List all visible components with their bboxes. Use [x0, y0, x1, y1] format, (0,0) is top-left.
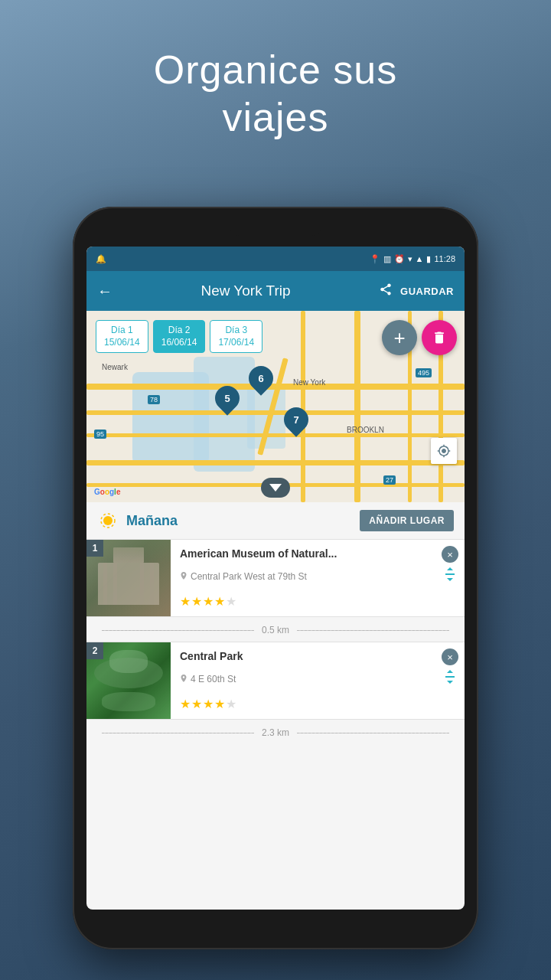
distance-line-left-1 [102, 630, 254, 631]
map-area: Newark New York BROOKLN 495 78 95 27 Día… [86, 311, 465, 502]
alarm-status-icon: ⏰ [394, 254, 405, 264]
place-number-2: 2 [86, 642, 103, 659]
place-name-2: Central Park [180, 650, 457, 662]
time-of-day-label: Mañana [126, 513, 352, 529]
road-badge-78: 78 [148, 395, 160, 404]
place-address-text-1: Central Park West at 79th St [191, 571, 307, 582]
collapse-map-button[interactable] [261, 478, 290, 498]
wifi-status-icon: ▾ [408, 254, 412, 264]
my-location-button[interactable] [431, 438, 457, 464]
day-tab-3-label: Día 3 [218, 325, 254, 337]
status-time: 11:28 [434, 254, 455, 263]
headline-line1: Organice sus [0, 46, 551, 93]
status-bar: 🔔 📍 ▥ ⏰ ▾ ▲ ▮ 11:28 [86, 247, 465, 271]
sun-icon [97, 510, 119, 531]
distance-divider-2: 2.3 km [86, 721, 465, 744]
day-tab-2-date: 16/06/14 [161, 337, 197, 349]
day-tabs: Día 1 15/06/14 Día 2 16/06/14 Día 3 17/0… [96, 320, 262, 353]
signal-status-icon: ▲ [416, 254, 424, 263]
day-tab-1[interactable]: Día 1 15/06/14 [96, 320, 148, 353]
headline-line2: viajes [0, 93, 551, 141]
place-actions-2: × [442, 648, 458, 688]
screen-title: New York Trip [120, 283, 371, 299]
place-stars-1: ★★★★★ [180, 594, 457, 609]
remove-place-2-button[interactable]: × [442, 648, 458, 665]
google-logo: Google [94, 488, 120, 496]
place-address-1: Central Park West at 79th St [180, 571, 457, 582]
reorder-place-1-icon[interactable] [442, 567, 458, 585]
place-card-1: 1 American Museum of Natural... [86, 539, 465, 617]
distance-divider-1: 0.5 km [86, 619, 465, 642]
day-tab-2-label: Día 2 [161, 325, 197, 337]
place-name-1: American Museum of Natural... [180, 547, 457, 560]
reorder-place-2-icon[interactable] [442, 670, 458, 688]
place-info-2: Central Park 4 E 60th St ★★★★★ [171, 642, 465, 719]
map-label-brooklyn: BROOKLN [347, 426, 384, 434]
place-info-1: American Museum of Natural... Central Pa… [171, 540, 465, 616]
road-badge-95: 95 [94, 430, 106, 439]
place-actions-1: × [442, 546, 458, 585]
day-header: Mañana AÑADIR LUGAR [86, 502, 465, 539]
place-number-1: 1 [86, 540, 103, 557]
remove-place-1-button[interactable]: × [442, 546, 458, 563]
map-pin-7[interactable]: 7 [284, 407, 308, 435]
place-address-text-2: 4 E 60th St [191, 674, 236, 684]
distance-text-1: 0.5 km [262, 625, 289, 635]
list-section: Mañana AÑADIR LUGAR 1 Amer [86, 502, 465, 744]
location-status-icon: 📍 [370, 254, 380, 264]
map-pin-5[interactable]: 5 [215, 386, 240, 413]
svg-point-0 [103, 516, 112, 525]
distance-line-left-2 [102, 733, 254, 733]
map-pin-6[interactable]: 6 [249, 366, 273, 394]
add-day-button[interactable]: + [382, 320, 417, 355]
headline: Organice sus viajes [0, 46, 551, 142]
save-button[interactable]: GUARDAR [400, 286, 454, 297]
top-bar: ← New York Trip GUARDAR [86, 271, 465, 311]
day-tab-2[interactable]: Día 2 16/06/14 [153, 320, 206, 353]
day-tab-1-label: Día 1 [104, 325, 140, 337]
phone-frame: 🔔 📍 ▥ ⏰ ▾ ▲ ▮ 11:28 ← New York Trip [73, 207, 478, 949]
delete-day-button[interactable] [422, 320, 457, 355]
map-road-v1 [301, 311, 305, 502]
phone-notch [230, 222, 321, 236]
back-button[interactable]: ← [97, 283, 112, 300]
status-right: 📍 ▥ ⏰ ▾ ▲ ▮ 11:28 [370, 254, 455, 264]
place-address-2: 4 E 60th St [180, 674, 457, 684]
battery-status-icon: ▮ [426, 254, 431, 264]
map-label-newyork: New York [293, 378, 325, 387]
phone-screen: 🔔 📍 ▥ ⏰ ▾ ▲ ▮ 11:28 ← New York Trip [86, 247, 465, 910]
distance-line-right-1 [297, 630, 449, 631]
place-stars-2: ★★★★★ [180, 697, 457, 711]
status-left: 🔔 [96, 254, 106, 264]
map-road-v2 [354, 311, 360, 502]
status-notification-icon: 🔔 [96, 254, 106, 264]
day-tab-1-date: 15/06/14 [104, 337, 140, 349]
road-badge-27: 27 [383, 475, 396, 485]
add-place-button[interactable]: AÑADIR LUGAR [360, 510, 454, 531]
sim-status-icon: ▥ [383, 254, 391, 264]
distance-line-right-2 [297, 733, 449, 733]
place-card-2: 2 Central Park 4 E 60th St ★★★★★ [86, 642, 465, 720]
day-tab-3[interactable]: Día 3 17/06/14 [210, 320, 262, 353]
distance-text-2: 2.3 km [262, 727, 289, 738]
day-tab-3-date: 17/06/14 [218, 337, 254, 349]
road-badge-495: 495 [416, 368, 432, 377]
share-icon[interactable] [379, 283, 393, 299]
top-bar-actions: GUARDAR [379, 283, 454, 299]
map-label-newark: Newark [102, 363, 128, 371]
